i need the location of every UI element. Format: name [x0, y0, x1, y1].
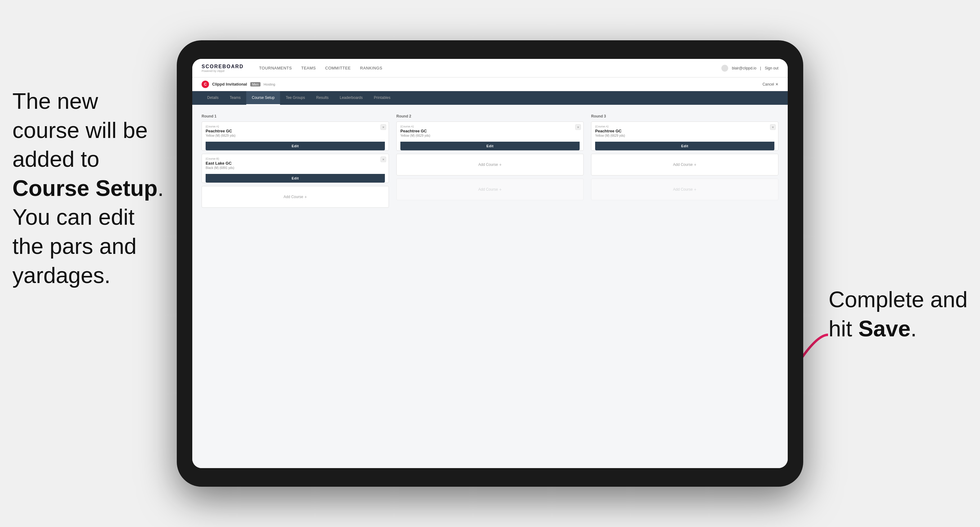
round-1-course-b-details: Black (M) (6891 yds) — [205, 166, 385, 170]
brand-sub: Powered by clippd — [202, 70, 244, 73]
round-2-add-course-extra-label: Add Course — [478, 187, 498, 192]
round-2-course-a-edit-button[interactable]: Edit — [400, 142, 580, 150]
round-1-course-a-name: Peachtree GC — [205, 129, 385, 133]
round-1-column: Round 1 ✕ (Course A) Peachtree GC Yellow… — [202, 114, 389, 211]
round-1-course-b-name: East Lake GC — [205, 161, 385, 165]
tab-details[interactable]: Details — [202, 91, 224, 105]
round-1-add-course-label: Add Course — [283, 195, 303, 199]
round-1-course-a-tag: (Course A) — [205, 125, 385, 128]
round-1-course-a-edit-button[interactable]: Edit — [205, 142, 385, 150]
top-nav: SCOREBOARD Powered by clippd TOURNAMENTS… — [192, 59, 788, 78]
round-3-course-a-delete-button[interactable]: ✕ — [770, 124, 776, 130]
round-1-course-b-edit-button[interactable]: Edit — [205, 174, 385, 183]
brand-name: SCOREBOARD — [202, 64, 244, 70]
round-2-course-a-delete-button[interactable]: ✕ — [575, 124, 581, 130]
round-1-label: Round 1 — [202, 114, 389, 118]
tabs-bar: Details Teams Course Setup Tee Groups Re… — [192, 91, 788, 105]
round-2-label: Round 2 — [396, 114, 584, 118]
round-3-label: Round 3 — [591, 114, 778, 118]
round-2-course-a-tag: (Course A) — [400, 125, 580, 128]
round-3-course-a-edit-button[interactable]: Edit — [595, 142, 775, 150]
round-1-course-b-card: ✕ (Course B) East Lake GC Black (M) (689… — [202, 154, 389, 183]
tab-leaderboards[interactable]: Leaderboards — [334, 91, 368, 105]
round-1-course-b-tag: (Course B) — [205, 157, 385, 160]
round-3-add-plus-extra-icon: + — [694, 187, 697, 192]
round-2-course-a-card: ✕ (Course A) Peachtree GC Yellow (M) (66… — [396, 122, 584, 151]
rounds-grid: Round 1 ✕ (Course A) Peachtree GC Yellow… — [202, 114, 778, 211]
sign-out-link[interactable]: Sign out — [765, 66, 778, 70]
round-2-add-plus-icon: + — [499, 162, 502, 167]
round-1-add-course-button[interactable]: Add Course + — [202, 186, 389, 208]
round-2-course-a-details: Yellow (M) (6629 yds) — [400, 134, 580, 137]
nav-committee[interactable]: COMMITTEE — [325, 66, 351, 70]
round-3-course-a-card: ✕ (Course A) Peachtree GC Yellow (M) (66… — [591, 122, 778, 151]
round-2-add-course-label: Add Course — [478, 162, 498, 167]
round-1-course-a-card: ✕ (Course A) Peachtree GC Yellow (M) (66… — [202, 122, 389, 151]
main-content: Round 1 ✕ (Course A) Peachtree GC Yellow… — [192, 105, 788, 468]
user-email: blair@clippd.io — [732, 66, 756, 70]
nav-rankings[interactable]: RANKINGS — [360, 66, 382, 70]
tournament-name: Clippd Invitational — [212, 82, 247, 86]
round-2-add-course-button[interactable]: Add Course + — [396, 154, 584, 175]
round-3-add-course-button[interactable]: Add Course + — [591, 154, 778, 175]
round-3-course-a-tag: (Course A) — [595, 125, 775, 128]
round-3-course-a-name: Peachtree GC — [595, 129, 775, 133]
tournament-status: Hosting — [264, 83, 275, 86]
round-2-column: Round 2 ✕ (Course A) Peachtree GC Yellow… — [396, 114, 584, 211]
tournament-badge: Men — [250, 82, 261, 86]
round-1-course-a-delete-button[interactable]: ✕ — [380, 124, 386, 130]
tournament-logo: C — [202, 81, 209, 88]
nav-tournaments[interactable]: TOURNAMENTS — [259, 66, 292, 70]
round-3-add-course-extra-button: Add Course + — [591, 179, 778, 200]
left-annotation: The new course will be added to Course S… — [13, 87, 164, 290]
nav-user: blair@clippd.io | Sign out — [721, 65, 778, 71]
brand: SCOREBOARD Powered by clippd — [202, 64, 244, 73]
sub-header: C Clippd Invitational Men Hosting Cancel… — [192, 78, 788, 91]
round-2-add-course-extra-button: Add Course + — [396, 179, 584, 200]
tab-course-setup[interactable]: Course Setup — [246, 91, 280, 105]
round-3-add-course-label: Add Course — [673, 162, 692, 167]
nav-teams[interactable]: TEAMS — [301, 66, 316, 70]
nav-links: TOURNAMENTS TEAMS COMMITTEE RANKINGS — [259, 66, 709, 70]
tab-tee-groups[interactable]: Tee Groups — [280, 91, 310, 105]
round-2-course-a-name: Peachtree GC — [400, 129, 580, 133]
right-annotation: Complete and hit Save. — [829, 285, 967, 343]
cancel-button[interactable]: Cancel ✕ — [763, 82, 778, 86]
round-2-add-plus-extra-icon: + — [499, 187, 502, 192]
user-avatar — [721, 65, 728, 71]
round-3-add-course-extra-label: Add Course — [673, 187, 692, 192]
divider: | — [760, 66, 761, 70]
round-3-column: Round 3 ✕ (Course A) Peachtree GC Yellow… — [591, 114, 778, 211]
round-1-course-b-delete-button[interactable]: ✕ — [380, 157, 386, 162]
close-icon: ✕ — [775, 82, 778, 86]
tournament-info: C Clippd Invitational Men Hosting — [202, 81, 275, 88]
tab-teams[interactable]: Teams — [224, 91, 246, 105]
tablet-frame: SCOREBOARD Powered by clippd TOURNAMENTS… — [177, 40, 803, 487]
tab-results[interactable]: Results — [310, 91, 334, 105]
round-1-add-plus-icon: + — [305, 194, 307, 199]
round-3-add-plus-icon: + — [694, 162, 697, 167]
tab-printables[interactable]: Printables — [368, 91, 396, 105]
round-1-course-a-details: Yellow (M) (6629 yds) — [205, 134, 385, 137]
tablet-screen: SCOREBOARD Powered by clippd TOURNAMENTS… — [192, 59, 788, 468]
round-3-course-a-details: Yellow (M) (6629 yds) — [595, 134, 775, 137]
